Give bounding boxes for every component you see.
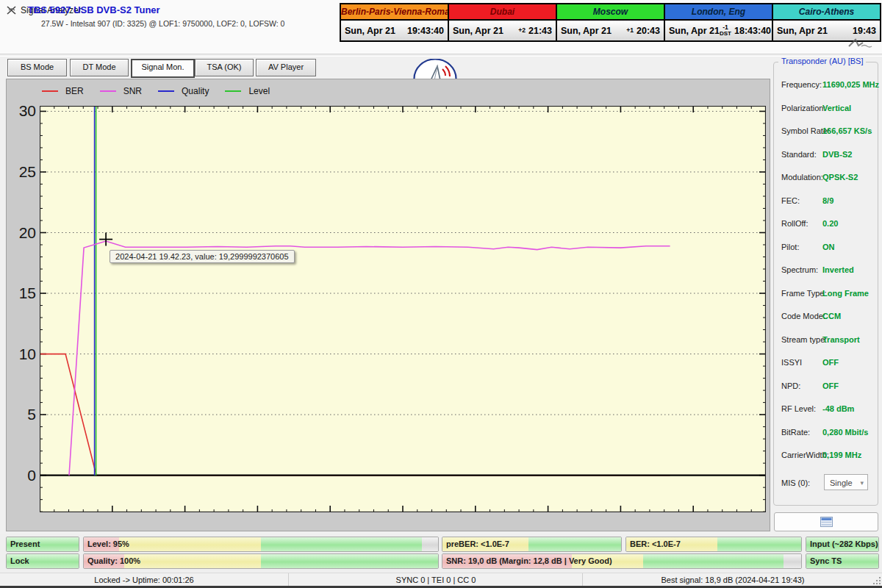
transponder-row: Symbol Rate:166,657 KS/s [774, 121, 878, 144]
y-axis-tick-label: 20 [7, 224, 36, 242]
clock-date: Sun, Apr 21 [777, 26, 828, 36]
meter-label: Sync TS [810, 554, 842, 568]
transponder-value: Inverted [822, 265, 854, 274]
meter-segment [119, 537, 261, 551]
clock-offset: +1 [626, 27, 634, 34]
clock-time: 20:43 [637, 26, 660, 36]
quality-line-swatch [158, 90, 174, 92]
tab-dt-mode[interactable]: DT Mode [70, 59, 129, 76]
transponder-label: Frame Type: [781, 289, 827, 298]
clock-date: Sun, Apr 21 [669, 26, 720, 36]
transponder-label: Code Mode: [781, 312, 825, 320]
status-sync-counters: SYNC 0 | TEI 0 | CC 0 [288, 573, 583, 587]
meter-segment [422, 537, 438, 551]
meter-label: Input (~282 Kbps) [810, 537, 878, 551]
meter-segment [261, 554, 438, 568]
meter-segment [261, 537, 422, 551]
y-axis-tick-label: 15 [7, 284, 36, 302]
status-bar: Locked -> Uptime: 00:01:26 SYNC 0 | TEI … [0, 573, 882, 587]
meter-segment [124, 554, 261, 568]
meter-label: SNR: 19,0 dB (Margin: 12,8 dB | Very Goo… [446, 554, 612, 568]
transponder-label: Polarization: [781, 104, 826, 112]
tuner-subtitle: 27.5W - Intelsat 907 (ID: 3325) @ LOF1: … [41, 19, 284, 28]
clock-dst-label: DST [720, 31, 731, 37]
transponder-value: Vertical [822, 104, 851, 112]
transponder-value: 0.20 [822, 219, 838, 228]
input-rate-indicator: Input (~282 Kbps) [806, 537, 879, 552]
meter-segment [528, 537, 621, 551]
transponder-value: 8/9 [822, 196, 833, 205]
transponder-label: NPD: [781, 381, 800, 390]
y-axis-tick-label: 25 [7, 163, 36, 181]
resize-grip[interactable] [872, 576, 881, 585]
transponder-panel-title: Transponder (AU) [BS] [778, 57, 866, 65]
clock-dubai: Dubai Sun, Apr 21 +2 21:43 [449, 4, 557, 40]
chart-plot-area[interactable] [40, 106, 766, 512]
clock-city-label: Cairo-Athens [773, 4, 880, 21]
clock-city-label: London, Eng [665, 4, 772, 21]
transponder-label: Standard: [781, 150, 817, 159]
tab-av-player[interactable]: AV Player [256, 59, 316, 76]
mis-selected-value: Single [830, 478, 853, 487]
transponder-row: Polarization:Vertical [774, 98, 878, 121]
tab-signal-monitor[interactable]: Signal Mon. [131, 59, 195, 78]
transponder-row: Standard:DVB-S2 [774, 144, 878, 168]
tab-tsa[interactable]: TSA (OK) [195, 59, 254, 76]
meter-label: Level: 95% [87, 537, 129, 551]
transponder-label: Stream type: [781, 335, 827, 344]
transponder-label: Spectrum: [781, 265, 818, 274]
tab-bs-mode[interactable]: BS Mode [7, 59, 67, 76]
chart-tooltip: 2024-04-21 19.42.23, value: 19,299999237… [110, 250, 295, 263]
list-icon [820, 517, 833, 527]
legend-item-level: Level [225, 86, 270, 96]
clock-offset: +2 [518, 27, 526, 34]
lock-indicator: Lock [6, 553, 79, 569]
transponder-value: Transport [822, 335, 860, 344]
transponder-value: 166,657 KS/s [822, 126, 872, 135]
transponder-row: Frequency:11690,025 MHz [774, 74, 878, 98]
meter-segment [643, 554, 783, 568]
app-icon [6, 4, 18, 16]
sync-ts-indicator: Sync TS [806, 553, 879, 569]
present-indicator: Present [6, 537, 79, 552]
transponder-label: RollOff: [781, 219, 808, 228]
mis-label: MIS (0): [781, 478, 810, 487]
transponder-value: 11690,025 MHz [822, 80, 879, 89]
transponder-row: CarrierWidth:0,199 MHz [774, 445, 878, 468]
clock-city-label: Moscow [557, 4, 664, 21]
transponder-value: ON [822, 243, 835, 251]
clock-moscow: Moscow Sun, Apr 21 +1 20:43 [557, 4, 665, 40]
clock-berlin: Berlin-Paris-Vienna-Roma Sun, Apr 21 19:… [341, 4, 449, 40]
mis-dropdown[interactable]: Single ▾ [824, 474, 868, 490]
y-axis-tick-label: 10 [7, 345, 36, 363]
transponder-value: CCM [822, 312, 841, 320]
meter-label: Present [10, 537, 40, 551]
clock-city-label: Berlin-Paris-Vienna-Roma [341, 4, 448, 21]
meter-label: Quality: 100% [87, 554, 140, 568]
transponder-value: OFF [822, 358, 839, 367]
transponder-row: ISSYIOFF [774, 352, 878, 376]
transponder-value: 0,280 Mbit/s [822, 428, 868, 437]
transponder-label: Modulation: [781, 173, 823, 182]
clock-date: Sun, Apr 21 [345, 26, 395, 36]
status-best-signal: Best signal: 18,9 dB (2024-04-21 19:43) [582, 573, 882, 587]
header-divider [0, 54, 882, 57]
clock-london: London, Eng Sun, Apr 21 -1 DST 18:43:40 [665, 4, 773, 40]
transponder-row: BitRate:0,280 Mbit/s [774, 422, 878, 445]
capture-button[interactable] [774, 512, 878, 531]
clock-date: Sun, Apr 21 [561, 26, 612, 36]
legend-item-snr: SNR [100, 86, 142, 96]
decorative-signature-icon [847, 37, 873, 50]
transponder-value: DVB-S2 [822, 150, 852, 159]
transponder-value: -48 dBm [822, 404, 854, 413]
chart-legend: BER SNR Quality Level [42, 86, 270, 96]
status-uptime: Locked -> Uptime: 00:01:26 [0, 573, 288, 587]
transponder-value: QPSK-S2 [822, 173, 858, 182]
signal-meters-area: Present Level: 95% preBER: <1.0E-7 BER: … [0, 534, 882, 573]
ber-meter: BER: <1.0E-7 [625, 537, 802, 552]
transponder-row: Stream type:Transport [774, 329, 878, 353]
transponder-label: FEC: [781, 196, 800, 205]
transponder-row: Code Mode:CCM [774, 306, 878, 329]
y-axis-tick-label: 30 [7, 102, 36, 120]
transponder-label: Frequency: [781, 80, 822, 89]
